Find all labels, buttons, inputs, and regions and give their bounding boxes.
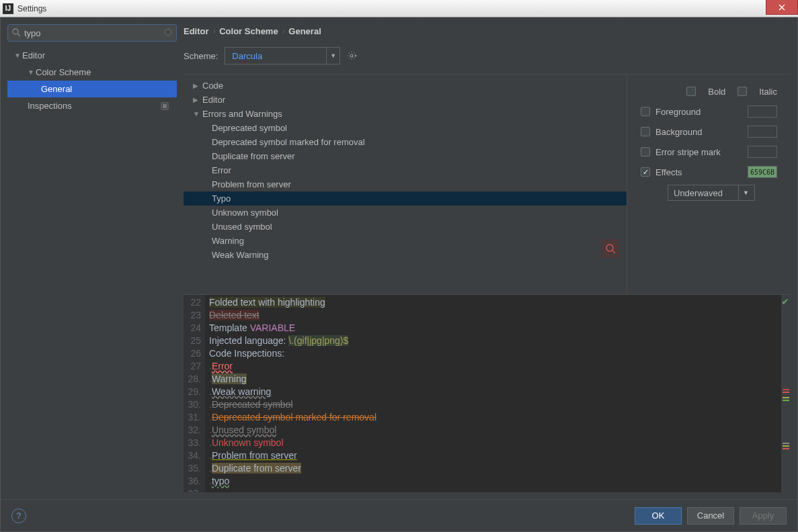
foreground-checkbox[interactable] xyxy=(641,107,650,116)
svg-rect-3 xyxy=(163,104,167,108)
chevron-right-icon: › xyxy=(282,27,285,35)
ok-button[interactable]: OK xyxy=(635,507,682,525)
bold-label: Bold xyxy=(708,87,725,97)
effects-swatch[interactable]: 659C6B xyxy=(748,166,777,178)
breadcrumb-item: General xyxy=(288,26,321,36)
errorstripe-swatch[interactable] xyxy=(748,146,777,158)
effects-type-value: Underwaved xyxy=(674,188,723,198)
tree-label: General xyxy=(41,84,72,94)
cat-item-typo[interactable]: Typo xyxy=(184,191,627,206)
cat-item[interactable]: Problem from server xyxy=(184,177,627,191)
scheme-value: Darcula xyxy=(225,51,326,61)
help-button[interactable]: ? xyxy=(11,508,26,523)
svg-point-4 xyxy=(350,54,353,57)
window-titlebar: IJ Settings xyxy=(0,0,798,17)
scheme-gear-button[interactable] xyxy=(347,50,358,61)
error-stripe[interactable]: ✔ xyxy=(781,295,791,492)
errorstripe-checkbox[interactable] xyxy=(641,147,650,157)
dialog-footer: ? OK Cancel Apply xyxy=(1,499,797,531)
background-swatch[interactable] xyxy=(748,126,777,138)
tree-label: Editor xyxy=(22,50,45,60)
svg-point-0 xyxy=(13,29,18,34)
category-list[interactable]: ▶Code ▶Editor ▼Errors and Warnings Depre… xyxy=(184,75,627,294)
cat-item[interactable]: Unused symbol xyxy=(184,220,627,234)
breadcrumb-item: Color Scheme xyxy=(219,26,278,36)
foreground-label: Foreground xyxy=(655,107,701,117)
cat-item[interactable]: Deprecated symbol xyxy=(184,121,627,135)
svg-point-5 xyxy=(606,245,613,251)
tree-color-scheme[interactable]: ▼Color Scheme xyxy=(7,64,177,81)
window-close-button[interactable] xyxy=(766,0,798,15)
effects-checkbox[interactable] xyxy=(641,167,650,177)
scheme-dropdown[interactable]: Darcula ▼ xyxy=(225,47,340,64)
cat-code[interactable]: ▶Code xyxy=(184,79,627,93)
cat-item[interactable]: Unknown symbol xyxy=(184,206,627,220)
tree-label: Color Scheme xyxy=(36,67,91,77)
tree-general[interactable]: General xyxy=(7,81,177,97)
settings-tree: ▼Editor ▼Color Scheme General Inspection… xyxy=(7,47,177,114)
cancel-button[interactable]: Cancel xyxy=(687,507,734,525)
cat-errors[interactable]: ▼Errors and Warnings xyxy=(184,107,627,121)
project-level-icon xyxy=(161,102,170,110)
close-icon xyxy=(779,4,785,11)
effects-label: Effects xyxy=(655,167,682,177)
cat-item[interactable]: Duplicate from server xyxy=(184,149,627,163)
breadcrumb: Editor › Color Scheme › General xyxy=(184,24,791,38)
italic-label: Italic xyxy=(759,87,777,97)
search-icon xyxy=(11,28,21,37)
cat-item[interactable]: Warning xyxy=(184,234,627,248)
analysis-ok-icon: ✔ xyxy=(781,296,789,307)
cat-editor[interactable]: ▶Editor xyxy=(184,93,627,107)
breadcrumb-item: Editor xyxy=(184,26,209,36)
code-preview: Folded text with highlightingDeleted tex… xyxy=(205,295,781,492)
chevron-right-icon: › xyxy=(213,27,216,35)
settings-sidebar: ▼Editor ▼Color Scheme General Inspection… xyxy=(7,24,177,492)
main-panel: Editor › Color Scheme › General Scheme: … xyxy=(184,24,791,492)
background-checkbox[interactable] xyxy=(641,127,650,136)
background-label: Background xyxy=(655,127,702,137)
line-gutter: 22232425262728.29.30.31.32.33.34.35.36.3… xyxy=(184,295,205,492)
bold-checkbox[interactable] xyxy=(686,87,696,96)
errorstripe-label: Error stripe mark xyxy=(655,147,721,157)
foreground-swatch[interactable] xyxy=(748,105,777,118)
search-input[interactable] xyxy=(7,24,177,42)
effects-type-dropdown[interactable]: Underwaved▼ xyxy=(668,185,755,201)
scheme-label: Scheme: xyxy=(184,51,218,61)
cat-item[interactable]: Deprecated symbol marked for removal xyxy=(184,135,627,149)
clear-search-icon[interactable] xyxy=(163,28,173,37)
preview-editor: 22232425262728.29.30.31.32.33.34.35.36.3… xyxy=(184,294,791,492)
tree-inspections[interactable]: Inspections xyxy=(7,97,177,114)
app-icon: IJ xyxy=(3,3,13,14)
tree-label: Inspections xyxy=(28,101,72,111)
properties-panel: Bold Italic Foreground Background Error … xyxy=(634,75,791,294)
find-icon[interactable] xyxy=(601,239,620,258)
apply-button[interactable]: Apply xyxy=(740,507,787,525)
chevron-down-icon: ▼ xyxy=(326,48,340,64)
window-title: Settings xyxy=(17,4,46,13)
cat-item[interactable]: Error xyxy=(184,163,627,177)
italic-checkbox[interactable] xyxy=(737,87,747,96)
chevron-down-icon: ▼ xyxy=(738,185,749,200)
cat-item[interactable]: Weak Warning xyxy=(184,248,627,262)
tree-editor[interactable]: ▼Editor xyxy=(7,47,177,64)
